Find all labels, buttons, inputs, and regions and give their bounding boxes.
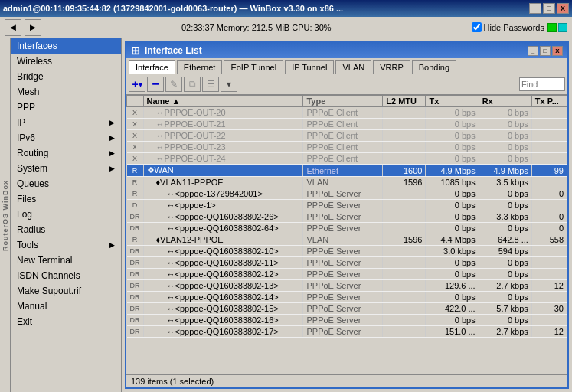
row-tx-cell: 0 bps [426,292,479,303]
row-tx-cell: 0 bps [426,269,479,280]
tab-bar: InterfaceEthernetEoIP TunnelIP TunnelVLA… [126,58,567,74]
sidebar-item-isdn-channels[interactable]: ISDN Channels [11,268,121,283]
col-rx[interactable]: Rx [479,96,531,107]
row-name-cell: ↔<pppoe-QQ160383802-13> [143,280,303,292]
back-button[interactable]: ◄ [5,19,21,36]
row-txp-cell [531,119,567,130]
table-row[interactable]: X↔PPPOE-OUT-24PPPoE Client0 bps0 bps [127,153,567,165]
col-l2mtu[interactable]: L2 MTU [383,96,426,107]
table-row[interactable]: R♦VLAN11-PPPOEVLAN15961085 bps3.5 kbps [127,177,567,188]
forward-button[interactable]: ► [25,19,41,36]
sidebar-item-interfaces[interactable]: Interfaces [11,38,121,54]
table-row[interactable]: DR↔<pppoe-QQ160383802-64>PPPoE Server0 b… [127,223,567,234]
col-txp[interactable]: Tx P... [531,96,567,107]
sidebar-item-ip[interactable]: IP▶ [11,115,121,130]
row-name-cell: ↔PPPOE-OUT-21 [143,119,303,130]
sidebar-item-bridge[interactable]: Bridge [11,69,121,84]
tab-bonding[interactable]: Bonding [412,60,456,74]
table-row[interactable]: D↔<pppoe-1>PPPoE Server0 bps0 bps [127,200,567,211]
interface-minimize-button[interactable]: _ [528,46,538,56]
col-type[interactable]: Type [303,96,383,107]
tab-vrrp[interactable]: VRRP [373,60,410,74]
row-status-cell: DR [127,223,144,234]
remove-button[interactable]: − [147,77,164,92]
add-button[interactable]: + ▾ [129,77,145,92]
row-type-cell: Ethernet [303,165,383,177]
tab-ip-tunnel[interactable]: IP Tunnel [285,60,334,74]
table-row[interactable]: R♦VLAN12-PPPOEVLAN15964.4 Mbps642.8 ...5… [127,234,567,246]
sidebar: InterfacesWirelessBridgeMeshPPPIP▶IPv6▶R… [11,38,122,392]
row-l2mtu-cell [383,303,426,315]
sidebar-item-make-supout.rif[interactable]: Make Supout.rif [11,283,121,299]
row-txp-cell [531,142,567,153]
table-row[interactable]: DR↔<pppoe-QQ160383802-10>PPPoE Server3.0… [127,246,567,257]
interface-close-button[interactable]: X [552,46,563,56]
table-row[interactable]: R❖WANEthernet16004.9 Mbps4.9 Mbps99 [127,165,567,177]
sidebar-item-system[interactable]: System▶ [11,161,121,176]
sidebar-item-radius[interactable]: Radius [11,222,121,237]
table-row[interactable]: DR↔<pppoe-QQ160383802-15>PPPoE Server422… [127,303,567,315]
row-type-cell: PPPoE Server [303,326,383,338]
find-input[interactable] [519,77,565,91]
row-txp-cell [531,177,567,188]
row-status-cell: X [127,130,144,142]
table-row[interactable]: DR↔<pppoe-QQ160383802-17>PPPoE Server151… [127,326,567,338]
hide-passwords-checkbox[interactable] [472,22,482,32]
row-l2mtu-cell [383,292,426,303]
sidebar-item-label: Interfaces [17,41,57,51]
interface-maximize-button[interactable]: □ [540,46,551,56]
sidebar-arrow-icon: ▶ [109,134,115,142]
row-l2mtu-cell [383,257,426,269]
tab-eoip-tunnel[interactable]: EoIP Tunnel [224,60,283,74]
table-row[interactable]: DR↔<pppoe-QQ160383802-11>PPPoE Server0 b… [127,257,567,269]
row-txp-cell [531,200,567,211]
col-tx[interactable]: Tx [426,96,479,107]
tab-vlan[interactable]: VLAN [335,60,371,74]
table-scroll[interactable]: Name ▲ Type L2 MTU Tx Rx Tx P... X↔PPPOE… [126,95,567,371]
col-name[interactable]: Name ▲ [143,96,303,107]
close-button[interactable]: X [557,3,569,14]
sidebar-item-new-terminal[interactable]: New Terminal [11,253,121,268]
hide-passwords-label: Hide Passwords [484,23,544,32]
sidebar-item-queues[interactable]: Queues [11,176,121,191]
row-type-cell: PPPoE Server [303,269,383,280]
row-tx-cell: 0 bps [426,257,479,269]
interface-list-window: ⊞ Interface List _ □ X InterfaceEthernet… [125,41,569,389]
properties-button[interactable]: ☰ [202,77,219,92]
row-status-cell: X [127,142,144,153]
sidebar-item-files[interactable]: Files [11,191,121,207]
minimize-button[interactable]: _ [529,3,541,14]
table-row[interactable]: DR↔<pppoe-QQ160383802-13>PPPoE Server129… [127,280,567,292]
table-row[interactable]: DR↔<pppoe-QQ160383802-26>PPPoE Server0 b… [127,211,567,223]
sidebar-item-exit[interactable]: Exit [11,314,121,329]
filter-button[interactable]: ▾ [221,77,237,92]
tab-ethernet[interactable]: Ethernet [177,60,223,74]
table-row[interactable]: X↔PPPOE-OUT-20PPPoE Client0 bps0 bps [127,107,567,119]
sidebar-item-ppp[interactable]: PPP [11,100,121,115]
table-row[interactable]: X↔PPPOE-OUT-23PPPoE Client0 bps0 bps [127,142,567,153]
sidebar-item-manual[interactable]: Manual [11,299,121,314]
row-name-cell: ↔<pppoe-QQ160383802-12> [143,269,303,280]
row-name-cell: ↔PPPOE-OUT-20 [143,107,303,119]
sidebar-item-ipv6[interactable]: IPv6▶ [11,130,121,145]
edit-button[interactable]: ✎ [165,77,182,92]
row-rx-cell: 3.5 kbps [479,177,531,188]
table-row[interactable]: R↔<pppoe-13729842001>PPPoE Server0 bps0 … [127,188,567,200]
tab-interface[interactable]: Interface [129,60,175,74]
row-l2mtu-cell [383,269,426,280]
sidebar-item-log[interactable]: Log [11,207,121,222]
maximize-button[interactable]: □ [543,3,555,14]
sidebar-item-label: ISDN Channels [17,270,80,281]
row-l2mtu-cell [383,130,426,142]
table-row[interactable]: X↔PPPOE-OUT-22PPPoE Client0 bps0 bps [127,130,567,142]
sidebar-item-mesh[interactable]: Mesh [11,84,121,100]
table-row[interactable]: X↔PPPOE-OUT-21PPPoE Client0 bps0 bps [127,119,567,130]
table-row[interactable]: DR↔<pppoe-QQ160383802-12>PPPoE Server0 b… [127,269,567,280]
sidebar-item-routing[interactable]: Routing▶ [11,145,121,161]
table-row[interactable]: DR↔<pppoe-QQ160383802-14>PPPoE Server0 b… [127,292,567,303]
copy-button[interactable]: ⧉ [184,77,201,92]
sidebar-item-tools[interactable]: Tools▶ [11,237,121,253]
table-row[interactable]: DR↔<pppoe-QQ160383802-16>PPPoE Server0 b… [127,315,567,326]
sidebar-item-label: Mesh [17,87,39,97]
sidebar-item-wireless[interactable]: Wireless [11,54,121,69]
